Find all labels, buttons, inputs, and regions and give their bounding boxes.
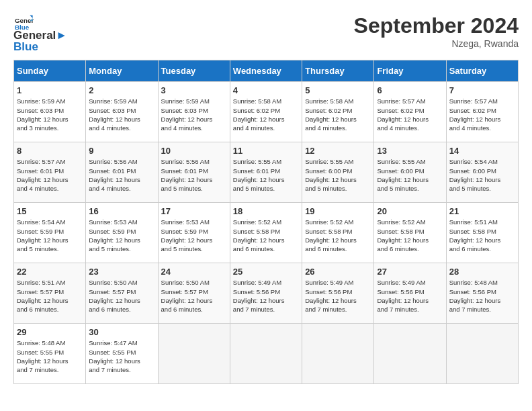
day-number: 7 <box>449 85 515 95</box>
table-row: 16Sunrise: 5:53 AM Sunset: 5:59 PM Dayli… <box>86 203 158 263</box>
table-row: 1Sunrise: 5:59 AM Sunset: 6:03 PM Daylig… <box>14 82 86 142</box>
day-number: 14 <box>449 146 515 156</box>
table-row <box>230 324 302 384</box>
day-number: 2 <box>89 85 154 95</box>
day-info: Sunrise: 5:53 AM Sunset: 5:59 PM Dayligh… <box>89 218 154 253</box>
table-row: 2Sunrise: 5:59 AM Sunset: 6:03 PM Daylig… <box>86 82 158 142</box>
day-number: 22 <box>17 267 83 277</box>
day-info: Sunrise: 5:59 AM Sunset: 6:03 PM Dayligh… <box>89 97 154 132</box>
day-number: 28 <box>449 267 515 277</box>
day-number: 15 <box>17 206 83 216</box>
table-row: 22Sunrise: 5:51 AM Sunset: 5:57 PM Dayli… <box>14 263 86 324</box>
day-info: Sunrise: 5:58 AM Sunset: 6:02 PM Dayligh… <box>305 97 371 132</box>
day-number: 26 <box>305 267 371 277</box>
day-info: Sunrise: 5:49 AM Sunset: 5:56 PM Dayligh… <box>377 278 443 314</box>
day-number: 24 <box>161 267 227 277</box>
day-info: Sunrise: 5:57 AM Sunset: 6:01 PM Dayligh… <box>17 157 83 193</box>
day-number: 5 <box>305 85 371 95</box>
calendar-header-row: Sunday Monday Tuesday Wednesday Thursday… <box>14 60 519 82</box>
day-number: 18 <box>233 206 299 216</box>
table-row: 20Sunrise: 5:52 AM Sunset: 5:58 PM Dayli… <box>374 203 446 263</box>
col-wednesday: Wednesday <box>230 60 302 82</box>
table-row: 7Sunrise: 5:57 AM Sunset: 6:02 PM Daylig… <box>446 82 518 142</box>
table-row: 29Sunrise: 5:48 AM Sunset: 5:55 PM Dayli… <box>14 324 86 384</box>
table-row: 30Sunrise: 5:47 AM Sunset: 5:55 PM Dayli… <box>86 324 158 384</box>
col-saturday: Saturday <box>446 60 518 82</box>
day-info: Sunrise: 5:53 AM Sunset: 5:59 PM Dayligh… <box>161 218 227 253</box>
day-info: Sunrise: 5:51 AM Sunset: 5:57 PM Dayligh… <box>17 278 83 314</box>
day-number: 10 <box>161 146 227 156</box>
day-number: 25 <box>233 267 299 277</box>
day-number: 30 <box>89 327 154 337</box>
day-info: Sunrise: 5:54 AM Sunset: 6:00 PM Dayligh… <box>449 157 515 193</box>
day-number: 8 <box>17 146 83 156</box>
day-number: 23 <box>89 267 154 277</box>
day-number: 3 <box>161 85 227 95</box>
table-row: 13Sunrise: 5:55 AM Sunset: 6:00 PM Dayli… <box>374 142 446 203</box>
col-thursday: Thursday <box>302 60 374 82</box>
title-block: September 2024 Nzega, Rwanda <box>354 13 519 49</box>
day-info: Sunrise: 5:56 AM Sunset: 6:01 PM Dayligh… <box>161 157 227 193</box>
day-number: 1 <box>17 85 83 95</box>
calendar-row: 29Sunrise: 5:48 AM Sunset: 5:55 PM Dayli… <box>14 324 519 384</box>
day-info: Sunrise: 5:51 AM Sunset: 5:58 PM Dayligh… <box>449 218 515 253</box>
calendar-row: 22Sunrise: 5:51 AM Sunset: 5:57 PM Dayli… <box>14 263 519 324</box>
day-info: Sunrise: 5:47 AM Sunset: 5:55 PM Dayligh… <box>89 338 154 374</box>
table-row: 14Sunrise: 5:54 AM Sunset: 6:00 PM Dayli… <box>446 142 518 203</box>
day-number: 27 <box>377 267 443 277</box>
table-row: 5Sunrise: 5:58 AM Sunset: 6:02 PM Daylig… <box>302 82 374 142</box>
day-info: Sunrise: 5:52 AM Sunset: 5:58 PM Dayligh… <box>377 218 443 253</box>
table-row: 8Sunrise: 5:57 AM Sunset: 6:01 PM Daylig… <box>14 142 86 203</box>
table-row: 23Sunrise: 5:50 AM Sunset: 5:57 PM Dayli… <box>86 263 158 324</box>
day-info: Sunrise: 5:56 AM Sunset: 6:01 PM Dayligh… <box>89 157 154 193</box>
day-number: 19 <box>305 206 371 216</box>
day-info: Sunrise: 5:52 AM Sunset: 5:58 PM Dayligh… <box>233 218 299 253</box>
day-info: Sunrise: 5:55 AM Sunset: 6:00 PM Dayligh… <box>377 157 443 193</box>
day-number: 11 <box>233 146 299 156</box>
calendar-row: 1Sunrise: 5:59 AM Sunset: 6:03 PM Daylig… <box>14 82 519 142</box>
table-row: 25Sunrise: 5:49 AM Sunset: 5:56 PM Dayli… <box>230 263 302 324</box>
day-number: 16 <box>89 206 154 216</box>
day-info: Sunrise: 5:58 AM Sunset: 6:02 PM Dayligh… <box>233 97 299 132</box>
table-row: 21Sunrise: 5:51 AM Sunset: 5:58 PM Dayli… <box>446 203 518 263</box>
day-number: 12 <box>305 146 371 156</box>
table-row: 4Sunrise: 5:58 AM Sunset: 6:02 PM Daylig… <box>230 82 302 142</box>
day-number: 13 <box>377 146 443 156</box>
day-number: 17 <box>161 206 227 216</box>
day-info: Sunrise: 5:54 AM Sunset: 5:59 PM Dayligh… <box>17 218 83 253</box>
table-row: 17Sunrise: 5:53 AM Sunset: 5:59 PM Dayli… <box>158 203 230 263</box>
day-info: Sunrise: 5:59 AM Sunset: 6:03 PM Dayligh… <box>161 97 227 132</box>
day-number: 21 <box>449 206 515 216</box>
day-number: 29 <box>17 327 83 337</box>
month-title: September 2024 <box>354 13 519 38</box>
day-info: Sunrise: 5:48 AM Sunset: 5:55 PM Dayligh… <box>17 338 83 374</box>
table-row: 18Sunrise: 5:52 AM Sunset: 5:58 PM Dayli… <box>230 203 302 263</box>
day-number: 20 <box>377 206 443 216</box>
location: Nzega, Rwanda <box>354 38 519 49</box>
day-info: Sunrise: 5:59 AM Sunset: 6:03 PM Dayligh… <box>17 97 83 132</box>
calendar-table: Sunday Monday Tuesday Wednesday Thursday… <box>13 60 519 384</box>
table-row: 11Sunrise: 5:55 AM Sunset: 6:01 PM Dayli… <box>230 142 302 203</box>
table-row <box>302 324 374 384</box>
col-tuesday: Tuesday <box>158 60 230 82</box>
table-row: 19Sunrise: 5:52 AM Sunset: 5:58 PM Dayli… <box>302 203 374 263</box>
day-number: 9 <box>89 146 154 156</box>
day-number: 6 <box>377 85 443 95</box>
table-row: 24Sunrise: 5:50 AM Sunset: 5:57 PM Dayli… <box>158 263 230 324</box>
table-row <box>446 324 518 384</box>
table-row: 6Sunrise: 5:57 AM Sunset: 6:02 PM Daylig… <box>374 82 446 142</box>
col-sunday: Sunday <box>14 60 86 82</box>
day-info: Sunrise: 5:50 AM Sunset: 5:57 PM Dayligh… <box>89 278 154 314</box>
calendar-row: 8Sunrise: 5:57 AM Sunset: 6:01 PM Daylig… <box>14 142 519 203</box>
calendar-row: 15Sunrise: 5:54 AM Sunset: 5:59 PM Dayli… <box>14 203 519 263</box>
table-row: 3Sunrise: 5:59 AM Sunset: 6:03 PM Daylig… <box>158 82 230 142</box>
day-info: Sunrise: 5:49 AM Sunset: 5:56 PM Dayligh… <box>305 278 371 314</box>
table-row <box>158 324 230 384</box>
table-row: 28Sunrise: 5:48 AM Sunset: 5:56 PM Dayli… <box>446 263 518 324</box>
page-header: General Blue General► Blue September 202… <box>13 13 519 53</box>
table-row: 9Sunrise: 5:56 AM Sunset: 6:01 PM Daylig… <box>86 142 158 203</box>
day-info: Sunrise: 5:55 AM Sunset: 6:00 PM Dayligh… <box>305 157 371 193</box>
col-monday: Monday <box>86 60 158 82</box>
day-info: Sunrise: 5:55 AM Sunset: 6:01 PM Dayligh… <box>233 157 299 193</box>
day-info: Sunrise: 5:57 AM Sunset: 6:02 PM Dayligh… <box>449 97 515 132</box>
